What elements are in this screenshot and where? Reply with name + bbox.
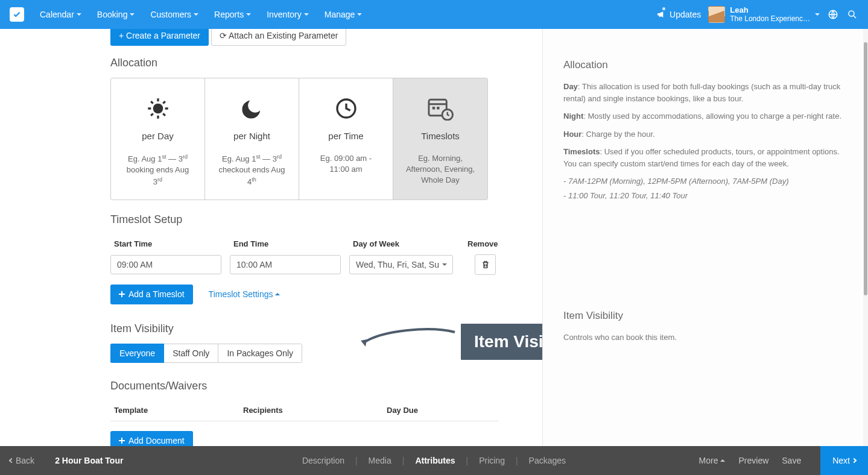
main-column: + Create a Parameter ⟳ Attach an Existin… (0, 29, 542, 446)
visibility-heading: Item Visibility (110, 322, 542, 335)
chevron-down-icon (357, 13, 362, 16)
allocation-example: Eg. Aug 1st — 3rd booking ends Aug 3rd (117, 153, 198, 187)
visibility-everyone[interactable]: Everyone (110, 344, 164, 363)
col-due: Day Due (387, 406, 499, 415)
tab-attributes[interactable]: Attributes (411, 456, 458, 465)
bullhorn-icon (656, 10, 666, 19)
chevron-up-icon (275, 293, 280, 295)
nav-items: Calendar Booking Customers Reports Inven… (33, 6, 656, 23)
allocation-title: per Night (233, 131, 270, 141)
help-text: Day: This allocation is used for both fu… (563, 81, 844, 104)
user-menu[interactable]: Leah The London Experienc… (708, 6, 820, 23)
avatar (708, 6, 725, 23)
chevron-down-icon (304, 13, 309, 16)
trash-icon (481, 260, 490, 269)
col-start: Start Time (114, 239, 233, 248)
search-button[interactable] (846, 8, 858, 20)
chevron-down-icon (246, 13, 251, 16)
svg-rect-5 (432, 107, 435, 109)
svg-rect-6 (437, 107, 439, 109)
globe-icon (828, 9, 838, 20)
create-parameter-button[interactable]: + Create a Parameter (110, 29, 209, 46)
allocation-grid: per Day Eg. Aug 1st — 3rd booking ends A… (110, 78, 488, 200)
search-icon (847, 9, 858, 20)
tab-packages[interactable]: Packages (525, 456, 569, 465)
calendar-clock-icon (427, 96, 454, 122)
add-timeslot-button[interactable]: Add a Timeslot (110, 285, 193, 304)
help-text: Night: Mostly used by accommodations, al… (563, 110, 844, 122)
start-time-input[interactable] (110, 255, 221, 274)
next-button[interactable]: Next (820, 446, 868, 475)
allocation-per-time[interactable]: per Time Eg. 09:00 am - 11:00 am (299, 78, 393, 200)
nav-reports[interactable]: Reports (207, 6, 258, 23)
help-text: Timeslots: Used if you offer scheduled p… (563, 146, 844, 169)
nav-customers[interactable]: Customers (143, 6, 206, 23)
moon-icon (240, 96, 264, 122)
attach-parameter-button[interactable]: ⟳ Attach an Existing Parameter (211, 29, 346, 46)
documents-heading: Documents/Waivers (110, 380, 542, 392)
allocation-heading: Allocation (110, 57, 542, 69)
visibility-segment: Everyone Staff Only In Packages Only (110, 344, 302, 363)
timeslot-settings-link[interactable]: Timeslot Settings (209, 289, 280, 299)
plus-icon (119, 291, 125, 297)
allocation-timeslots[interactable]: Timeslots Eg. Morning, Afternoon, Evenin… (393, 78, 487, 200)
app-logo[interactable] (10, 7, 24, 22)
visibility-packages[interactable]: In Packages Only (218, 344, 302, 363)
plus-icon (119, 438, 125, 444)
footer-tabs: Description| Media| Attributes| Pricing|… (299, 456, 569, 465)
end-time-input[interactable] (230, 255, 341, 274)
tab-pricing[interactable]: Pricing (475, 456, 508, 465)
allocation-example: Eg. Aug 1st — 3rd checkout ends Aug 4th (211, 153, 293, 187)
clock-icon (334, 96, 358, 122)
timeslot-heading: Timeslot Setup (110, 213, 542, 226)
nav-right: Updates Leah The London Experienc… (656, 6, 862, 23)
nav-calendar[interactable]: Calendar (33, 6, 89, 23)
more-menu[interactable]: More (699, 456, 726, 465)
nav-booking[interactable]: Booking (90, 6, 142, 23)
user-company: The London Experienc… (730, 15, 810, 23)
documents-header: Template Recipients Day Due (110, 401, 499, 421)
preview-button[interactable]: Preview (738, 456, 768, 465)
user-name: Leah (730, 6, 810, 14)
help-allocation-heading: Allocation (563, 59, 844, 71)
tab-description[interactable]: Description (299, 456, 348, 465)
timeslot-row (110, 254, 499, 283)
col-template: Template (114, 406, 243, 415)
allocation-example: Eg. Morning, Afternoon, Evening, Whole D… (399, 153, 481, 186)
page-title: 2 Hour Boat Tour (55, 456, 123, 465)
tab-media[interactable]: Media (365, 456, 395, 465)
chevron-down-icon (194, 13, 198, 16)
remove-timeslot-button[interactable] (475, 254, 496, 275)
visibility-staff[interactable]: Staff Only (164, 344, 218, 363)
col-end: End Time (233, 239, 353, 248)
allocation-example: Eg. 09:00 am - 11:00 am (305, 153, 387, 175)
allocation-per-night[interactable]: per Night Eg. Aug 1st — 3rd checkout end… (205, 78, 299, 200)
add-document-button[interactable]: Add Document (110, 431, 193, 446)
chevron-down-icon (442, 263, 447, 266)
chevron-down-icon (77, 13, 81, 16)
help-text: Controls who can book this item. (563, 332, 844, 344)
parameter-buttons: + Create a Parameter ⟳ Attach an Existin… (110, 29, 542, 46)
save-button[interactable]: Save (782, 456, 801, 465)
col-recipients: Recipients (243, 406, 387, 415)
allocation-title: per Day (142, 131, 174, 141)
help-text: Hour: Charge by the hour. (563, 128, 844, 140)
chevron-up-icon (720, 459, 725, 462)
dow-select[interactable] (349, 255, 453, 274)
nav-manage[interactable]: Manage (317, 6, 370, 23)
help-panel: Allocation Day: This allocation is used … (542, 29, 868, 446)
footer-bar: Back 2 Hour Boat Tour Description| Media… (0, 446, 868, 475)
timeslot-table: Start Time End Time Day of Week Remove (110, 234, 499, 283)
help-visibility-heading: Item Visibility (563, 310, 844, 322)
chevron-left-icon (9, 458, 14, 463)
back-button[interactable]: Back (10, 456, 34, 465)
scrollbar[interactable] (863, 29, 868, 446)
allocation-title: Timeslots (421, 131, 460, 141)
nav-inventory[interactable]: Inventory (259, 6, 316, 23)
check-icon (13, 10, 21, 19)
user-text: Leah The London Experienc… (730, 6, 810, 22)
updates-link[interactable]: Updates (656, 10, 701, 19)
allocation-per-day[interactable]: per Day Eg. Aug 1st — 3rd booking ends A… (111, 78, 205, 200)
col-remove: Remove (467, 239, 504, 248)
globe-button[interactable] (827, 8, 839, 20)
